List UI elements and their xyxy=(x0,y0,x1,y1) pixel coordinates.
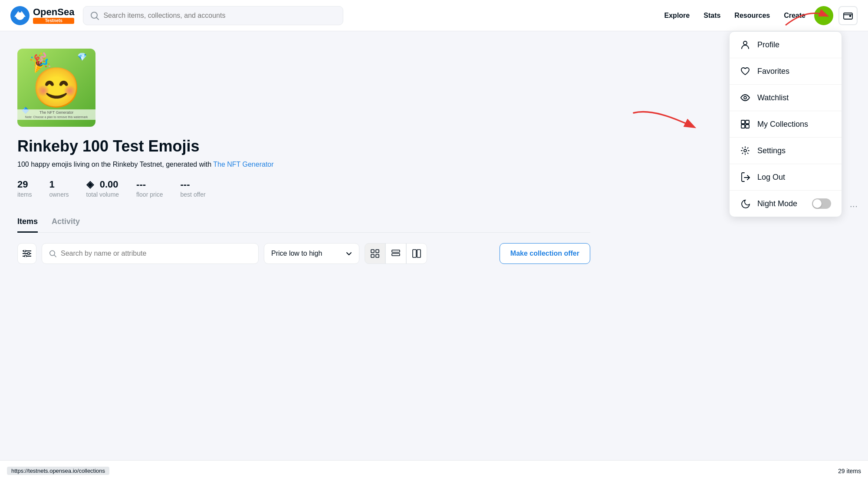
svg-rect-27 xyxy=(392,250,400,252)
svg-point-20 xyxy=(25,255,27,257)
items-label: items xyxy=(17,191,32,198)
watchlist-label: Watchlist xyxy=(757,93,789,102)
logo-badge: Testnets xyxy=(33,18,74,24)
offer-value: --- xyxy=(181,179,206,190)
stat-offer: --- best offer xyxy=(181,179,206,198)
view-buttons xyxy=(365,243,427,264)
bottom-bar: https://testnets.opensea.io/collections … xyxy=(0,460,868,481)
night-mode-toggle[interactable] xyxy=(812,198,831,209)
more-options-button[interactable]: ··· xyxy=(850,201,858,212)
logout-icon xyxy=(740,172,750,182)
wallet-button[interactable] xyxy=(838,6,858,25)
make-offer-button[interactable]: Make collection offer xyxy=(500,243,590,264)
dropdown-profile[interactable]: Profile xyxy=(730,32,842,58)
search-bar[interactable] xyxy=(83,6,343,25)
chevron-down-icon xyxy=(346,250,352,257)
settings-label: Settings xyxy=(757,146,786,155)
person-icon xyxy=(740,40,750,50)
stats-row: 29 items 1 owners ◈ 0.00 total volume --… xyxy=(17,179,590,198)
sort-label: Price low to high xyxy=(271,250,322,257)
tab-activity[interactable]: Activity xyxy=(52,212,80,233)
logout-label: Log Out xyxy=(757,173,785,182)
favorites-label: Favorites xyxy=(757,67,789,76)
svg-point-12 xyxy=(744,149,746,152)
collection-image: 🎉 😊 💎 🔷 The NFT GeneratorNote: Choose a … xyxy=(17,49,95,127)
nav-create[interactable]: Create xyxy=(784,12,806,20)
moon-icon xyxy=(740,198,750,209)
floor-value: --- xyxy=(136,179,163,190)
header-actions xyxy=(814,6,858,25)
dropdown-settings[interactable]: Settings xyxy=(730,138,842,164)
opensea-logo-icon xyxy=(10,6,30,25)
collection-description: 100 happy emojis living on the Rinkeby T… xyxy=(17,161,590,168)
owners-value: 1 xyxy=(49,179,69,190)
svg-rect-30 xyxy=(417,250,421,257)
list-icon xyxy=(391,249,400,258)
offer-label: best offer xyxy=(181,191,206,198)
night-mode-label: Night Mode xyxy=(757,199,797,208)
user-avatar[interactable] xyxy=(814,6,833,25)
floor-label: floor price xyxy=(136,191,163,198)
svg-rect-11 xyxy=(746,125,749,128)
nft-generator-link[interactable]: The NFT Generator xyxy=(213,161,273,168)
svg-line-2 xyxy=(97,17,99,20)
collection-header: 🎉 😊 💎 🔷 The NFT GeneratorNote: Choose a … xyxy=(17,49,590,127)
search-input[interactable] xyxy=(103,12,336,20)
volume-label: total volume xyxy=(86,191,119,198)
nav-resources[interactable]: Resources xyxy=(734,12,770,20)
grid-icon xyxy=(740,119,750,129)
search-toolbar[interactable] xyxy=(42,243,259,264)
arrow-annotation-2 xyxy=(629,104,699,139)
search-icon xyxy=(90,11,99,20)
eye-icon xyxy=(740,92,750,103)
grid-view-button[interactable] xyxy=(365,243,385,264)
owners-label: owners xyxy=(49,191,69,198)
tabs-row: Items Activity xyxy=(17,212,590,233)
filter-button[interactable] xyxy=(17,243,36,264)
attribute-search-input[interactable] xyxy=(61,250,251,257)
logo-area[interactable]: OpenSea Testnets xyxy=(10,6,74,25)
dropdown-logout[interactable]: Log Out xyxy=(730,164,842,191)
url-display: https://testnets.opensea.io/collections xyxy=(7,467,109,475)
tab-items[interactable]: Items xyxy=(17,212,38,233)
search-toolbar-icon xyxy=(49,250,56,257)
svg-point-21 xyxy=(50,250,55,255)
sort-dropdown[interactable]: Price low to high xyxy=(264,243,359,264)
stat-floor: --- floor price xyxy=(136,179,163,198)
svg-rect-29 xyxy=(413,250,416,257)
dropdown-my-collections[interactable]: My Collections xyxy=(730,111,842,138)
profile-label: Profile xyxy=(757,40,779,49)
gear-icon xyxy=(740,145,750,156)
my-collections-label: My Collections xyxy=(757,120,808,129)
wallet-icon xyxy=(843,11,853,20)
nav-explore[interactable]: Explore xyxy=(664,12,690,20)
svg-rect-25 xyxy=(371,254,374,257)
svg-point-6 xyxy=(743,41,747,45)
svg-line-22 xyxy=(54,255,56,257)
svg-rect-24 xyxy=(376,250,379,253)
logo-text: OpenSea xyxy=(33,7,74,17)
large-grid-view-button[interactable] xyxy=(406,243,427,264)
list-view-button[interactable] xyxy=(385,243,406,264)
stat-volume: ◈ 0.00 total volume xyxy=(86,179,119,198)
svg-rect-4 xyxy=(849,15,851,17)
nav-stats[interactable]: Stats xyxy=(704,12,720,20)
toggle-knob xyxy=(813,199,822,208)
dropdown-night-mode[interactable]: Night Mode xyxy=(730,191,842,217)
main-content: 🎉 😊 💎 🔷 The NFT GeneratorNote: Choose a … xyxy=(0,31,608,264)
dropdown-favorites[interactable]: Favorites xyxy=(730,58,842,85)
main-header: OpenSea Testnets Explore Stats Resources… xyxy=(0,0,868,31)
filter-icon xyxy=(23,250,31,257)
grid-4-icon xyxy=(371,249,379,258)
svg-point-7 xyxy=(744,96,746,99)
toolbar: Price low to high xyxy=(17,233,590,264)
volume-value: ◈ 0.00 xyxy=(86,179,119,190)
svg-rect-23 xyxy=(371,250,374,253)
svg-rect-10 xyxy=(741,125,745,128)
svg-rect-8 xyxy=(741,120,745,124)
svg-point-19 xyxy=(28,253,30,255)
items-value: 29 xyxy=(17,179,32,190)
heart-icon xyxy=(740,66,750,76)
collection-title: Rinkeby 100 Test Emojis xyxy=(17,137,590,155)
dropdown-watchlist[interactable]: Watchlist xyxy=(730,85,842,111)
